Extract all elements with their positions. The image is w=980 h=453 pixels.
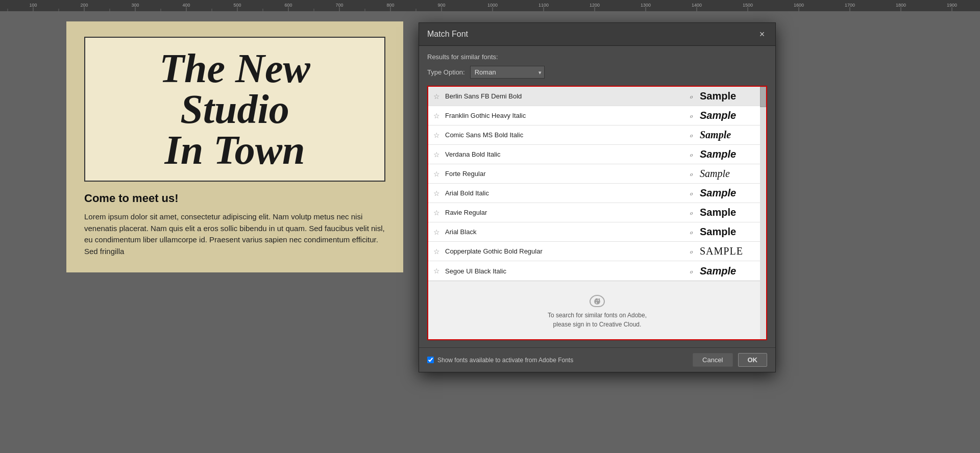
star-icon-5[interactable]: ☆ (433, 189, 440, 197)
svg-text:1300: 1300 (641, 3, 651, 8)
document: The New Studio In Town Come to meet us! … (66, 21, 403, 272)
star-icon-8[interactable]: ☆ (433, 247, 440, 256)
footer-buttons: Cancel OK (693, 353, 767, 367)
svg-text:500: 500 (233, 3, 241, 8)
scrollbar-thumb[interactable] (760, 87, 766, 107)
svg-text:600: 600 (284, 3, 292, 8)
adobe-text-line1: To search for similar fonts on Adobe, (548, 311, 647, 320)
star-icon-0[interactable]: ☆ (433, 92, 440, 100)
type-option-row: Type Option: Roman Japanese Korean Chine… (427, 66, 767, 79)
font-row-5[interactable]: ☆ Arial Bold Italic ℴ Sample (428, 184, 766, 203)
font-row-1[interactable]: ☆ Franklin Gothic Heavy Italic ℴ Sample (428, 106, 766, 125)
font-name-6: Ravie Regular (445, 209, 690, 216)
type-option-label: Type Option: (427, 68, 465, 76)
font-sample-4: Sample (700, 168, 761, 180)
font-row-9[interactable]: ☆ Segoe UI Black Italic ℴ Sample (428, 261, 766, 281)
cloud-icon-6: ℴ (690, 209, 693, 216)
svg-text:1000: 1000 (487, 3, 498, 8)
font-sample-0: Sample (700, 90, 761, 102)
star-icon-1[interactable]: ☆ (433, 112, 440, 120)
font-row-8[interactable]: ☆ Copperplate Gothic Bold Regular ℴ SAMP… (428, 242, 766, 261)
svg-text:1700: 1700 (845, 3, 855, 8)
doc-subheading: Come to meet us! (84, 192, 385, 205)
ruler: 100 200 300 400 500 600 700 800 900 1000… (0, 0, 980, 11)
star-icon-4[interactable]: ☆ (433, 170, 440, 178)
star-icon-2[interactable]: ☆ (433, 131, 440, 139)
cloud-icon-2: ℴ (690, 131, 693, 139)
svg-text:200: 200 (80, 3, 88, 8)
svg-text:300: 300 (131, 3, 139, 8)
svg-text:700: 700 (335, 3, 343, 8)
font-sample-3: Sample (700, 148, 761, 160)
font-row-4[interactable]: ☆ Forte Regular ℴ Sample (428, 164, 766, 184)
font-list-container: ☆ Berlin Sans FB Demi Bold ℴ Sample ☆ Fr… (427, 86, 767, 340)
show-fonts-label: Show fonts available to activate from Ad… (437, 357, 573, 364)
poster-line1: The New (95, 48, 374, 89)
svg-text:1500: 1500 (743, 3, 753, 8)
cloud-icon-3: ℴ (690, 150, 693, 158)
scrollbar-track[interactable] (760, 87, 766, 339)
font-name-0: Berlin Sans FB Demi Bold (445, 92, 690, 100)
star-icon-9[interactable]: ☆ (433, 267, 440, 275)
font-name-9: Segoe UI Black Italic (445, 267, 690, 275)
font-sample-1: Sample (700, 110, 761, 121)
cloud-icon-8: ℴ (690, 247, 693, 255)
svg-text:1800: 1800 (896, 3, 906, 8)
ok-button[interactable]: OK (738, 353, 768, 367)
svg-text:1200: 1200 (590, 3, 600, 8)
poster: The New Studio In Town (84, 37, 385, 182)
svg-text:1600: 1600 (794, 3, 804, 8)
adobe-text-line2: please sign in to Creative Cloud. (548, 320, 647, 329)
canvas-area: The New Studio In Town Come to meet us! … (0, 11, 980, 453)
font-name-7: Arial Black (445, 228, 690, 236)
cloud-icon-1: ℴ (690, 112, 693, 119)
font-row-6[interactable]: ☆ Ravie Regular ℴ Sample (428, 203, 766, 222)
match-font-dialog: Match Font × Results for similar fonts: … (419, 22, 776, 372)
svg-text:100: 100 (29, 3, 37, 8)
star-icon-7[interactable]: ☆ (433, 228, 440, 236)
font-name-1: Franklin Gothic Heavy Italic (445, 112, 690, 119)
adobe-cc-icon: N (586, 291, 608, 311)
poster-line3: In Town (95, 130, 374, 170)
font-sample-9: Sample (700, 265, 761, 277)
font-list-scroll: ☆ Berlin Sans FB Demi Bold ℴ Sample ☆ Fr… (428, 87, 766, 339)
adobe-section: N To search for similar fonts on Adobe, … (428, 281, 766, 339)
font-sample-2: Sample (700, 129, 761, 141)
cloud-icon-5: ℴ (690, 189, 693, 197)
svg-text:1900: 1900 (947, 3, 957, 8)
font-row-2[interactable]: ☆ Comic Sans MS Bold Italic ℴ Sample (428, 125, 766, 145)
results-label: Results for similar fonts: (427, 53, 767, 61)
font-sample-5: Sample (700, 187, 761, 199)
svg-text:N: N (595, 297, 600, 305)
doc-body: Lorem ipsum dolor sit amet, consectetur … (84, 211, 385, 257)
dialog-body: Results for similar fonts: Type Option: … (419, 46, 775, 347)
poster-line2: Studio (95, 89, 374, 130)
font-name-8: Copperplate Gothic Bold Regular (445, 247, 690, 255)
cloud-icon-0: ℴ (690, 92, 693, 100)
font-row-7[interactable]: ☆ Arial Black ℴ Sample (428, 222, 766, 242)
svg-text:1100: 1100 (538, 3, 549, 8)
font-name-2: Comic Sans MS Bold Italic (445, 131, 690, 139)
font-sample-8: SAMPLE (700, 245, 761, 257)
font-row-3[interactable]: ☆ Verdana Bold Italic ℴ Sample (428, 145, 766, 164)
dialog-header: Match Font × (419, 23, 775, 46)
dialog-close-button[interactable]: × (757, 29, 767, 39)
star-icon-6[interactable]: ☆ (433, 209, 440, 217)
star-icon-3[interactable]: ☆ (433, 150, 440, 159)
cloud-icon-9: ℴ (690, 267, 693, 275)
cloud-icon-7: ℴ (690, 228, 693, 236)
poster-title: The New Studio In Town (95, 48, 374, 170)
font-name-4: Forte Regular (445, 170, 690, 178)
adobe-text: To search for similar fonts on Adobe, pl… (548, 311, 647, 329)
svg-text:900: 900 (437, 3, 445, 8)
cancel-button[interactable]: Cancel (693, 353, 732, 367)
dialog-title: Match Font (427, 30, 468, 39)
dialog-footer: Show fonts available to activate from Ad… (419, 347, 775, 372)
cloud-icon-4: ℴ (690, 170, 693, 178)
type-option-select[interactable]: Roman Japanese Korean Chinese Traditiona… (470, 66, 545, 79)
font-name-3: Verdana Bold Italic (445, 150, 690, 158)
type-option-select-wrapper[interactable]: Roman Japanese Korean Chinese Traditiona… (470, 66, 545, 79)
font-row-0[interactable]: ☆ Berlin Sans FB Demi Bold ℴ Sample (428, 87, 766, 106)
show-fonts-checkbox[interactable] (427, 357, 434, 363)
ruler-svg: 100 200 300 400 500 600 700 800 900 1000… (0, 0, 980, 11)
